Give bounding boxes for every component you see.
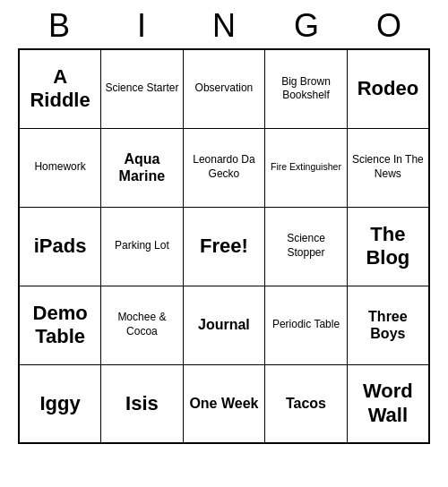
letter-i: I [102,7,181,45]
list-item: Big Brown Bookshelf [265,49,348,128]
list-item: Parking Lot [101,207,183,286]
bingo-grid: A RiddleScience StarterObservationBig Br… [18,48,430,444]
list-item: Science Starter [101,49,183,128]
list-item: Iggy [19,364,101,443]
list-item: iPads [19,207,101,286]
list-item: Observation [183,49,265,128]
list-item: One Week [183,364,265,443]
letter-g: G [267,7,346,45]
list-item: Three Boys [347,286,429,364]
list-item: Tacos [265,364,348,443]
list-item: Journal [183,286,265,364]
list-item: Aqua Marine [101,128,183,207]
list-item: Leonardo Da Gecko [183,128,265,207]
list-item: Mochee & Cocoa [101,286,183,364]
table-row: IggyIsisOne WeekTacosWord Wall [19,364,429,443]
letter-b: B [20,7,99,45]
table-row: A RiddleScience StarterObservationBig Br… [19,49,429,128]
list-item: Demo Table [19,286,101,364]
list-item: Periodic Table [265,286,348,364]
list-item: Science In The News [347,128,429,207]
table-row: iPadsParking LotFree!Science StopperThe … [19,207,429,286]
bingo-header: B I N G O [18,0,430,48]
list-item: Science Stopper [265,207,348,286]
list-item: The Blog [347,207,429,286]
table-row: HomeworkAqua MarineLeonardo Da GeckoFire… [19,128,429,207]
list-item: Isis [101,364,183,443]
list-item: Homework [19,128,101,207]
list-item: Fire Extinguisher [265,128,348,207]
list-item: Rodeo [347,49,429,128]
table-row: Demo TableMochee & CocoaJournalPeriodic … [19,286,429,364]
list-item: Word Wall [347,364,429,443]
letter-n: N [185,7,263,45]
letter-o: O [349,7,428,45]
list-item: Free! [183,207,265,286]
list-item: A Riddle [19,49,101,128]
